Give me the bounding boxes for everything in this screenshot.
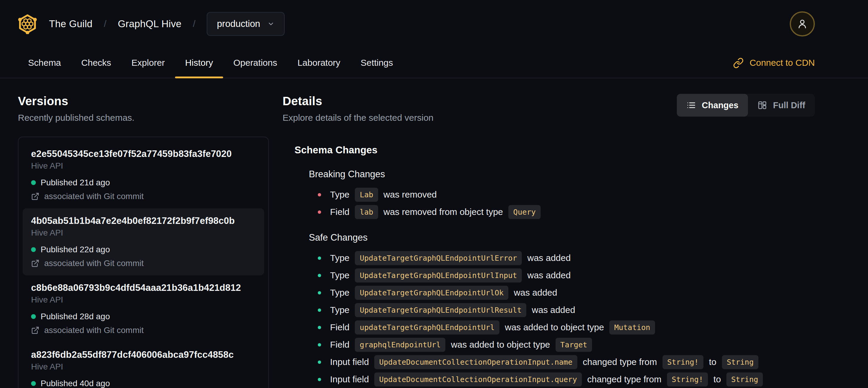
- connect-to-cdn-label: Connect to CDN: [750, 58, 815, 68]
- published-dot-icon: [31, 314, 36, 319]
- version-card[interactable]: e2e55045345ce13fe07f52a77459b83fa3fe7020…: [23, 141, 264, 208]
- hive-logo-icon[interactable]: [18, 14, 37, 34]
- connect-to-cdn-link[interactable]: Connect to CDN: [733, 48, 815, 78]
- details-title: Details: [283, 94, 433, 108]
- change-item-text: Input field UpdateDocumentCollectionOper…: [330, 355, 762, 369]
- schema-coordinate-badge: String: [726, 372, 763, 387]
- tab-history[interactable]: History: [175, 48, 223, 78]
- git-commit-label: associated with Git commit: [44, 326, 144, 335]
- full-diff-view-button[interactable]: Full Diff: [748, 94, 815, 117]
- user-avatar-button[interactable]: [790, 11, 815, 36]
- external-link-icon: [31, 326, 39, 334]
- change-group-breaking: Breaking ChangesType Lab was removedFiel…: [309, 169, 815, 219]
- schema-coordinate-badge: UpdateTargetGraphQLEndpointUrlOk: [355, 286, 508, 300]
- tab-explorer[interactable]: Explorer: [121, 48, 175, 78]
- list-icon: [686, 100, 696, 110]
- change-item: Type UpdateTargetGraphQLEndpointUrlOk wa…: [318, 286, 815, 300]
- change-text: Field: [330, 322, 352, 332]
- versions-subtitle: Recently published schemas.: [18, 113, 269, 123]
- versions-title: Versions: [18, 94, 269, 108]
- change-text: Type: [330, 189, 352, 200]
- schema-coordinate-badge: graphqlEndpointUrl: [355, 338, 445, 352]
- version-card[interactable]: a823f6db2a55df877dcf406006abca97fcc4858c…: [23, 342, 264, 388]
- schema-coordinate-badge: Target: [556, 338, 592, 352]
- tab-schema[interactable]: Schema: [18, 48, 71, 78]
- change-text: was added: [529, 305, 575, 315]
- change-item: Input field UpdateDocumentCollectionOper…: [318, 372, 815, 387]
- change-text: was added to object type: [502, 322, 607, 332]
- breadcrumb-org[interactable]: The Guild: [49, 18, 93, 30]
- published-label: Published 22d ago: [41, 245, 110, 255]
- version-published: Published 40d ago: [31, 379, 256, 388]
- schema-coordinate-badge: updateTargetGraphQLEndpointUrl: [355, 321, 499, 334]
- tab-checks[interactable]: Checks: [71, 48, 121, 78]
- details-subtitle: Explore details of the selected version: [283, 113, 433, 123]
- bullet-icon: [318, 308, 321, 312]
- breadcrumb-project[interactable]: GraphQL Hive: [118, 18, 181, 30]
- change-text: was added to object type: [448, 339, 553, 350]
- version-card[interactable]: 4b05ab51b1b4a7e2e4b0ef82172f2b9f7ef98c0b…: [23, 208, 264, 275]
- schema-coordinate-badge: UpdateDocumentCollectionOperationInput.n…: [374, 355, 577, 369]
- view-toggle-group: Changes Full Diff: [677, 94, 815, 117]
- tab-settings[interactable]: Settings: [350, 48, 403, 78]
- changes-view-label: Changes: [702, 100, 738, 110]
- change-group-safe: Safe ChangesType UpdateTargetGraphQLEndp…: [309, 232, 815, 387]
- change-text: Input field: [330, 374, 371, 384]
- change-item-text: Type UpdateTargetGraphQLEndpointUrlResul…: [330, 303, 575, 317]
- version-service: Hive API: [31, 362, 256, 371]
- changes-view-button[interactable]: Changes: [677, 94, 748, 117]
- details-header: Details Explore details of the selected …: [283, 78, 815, 123]
- change-item: Field graphqlEndpointUrl was added to ob…: [318, 337, 815, 352]
- breadcrumb: The Guild / GraphQL Hive / production: [49, 12, 285, 36]
- version-service: Hive API: [31, 295, 256, 305]
- change-item: Input field UpdateDocumentCollectionOper…: [318, 355, 815, 369]
- columns-icon: [757, 100, 767, 110]
- bullet-icon: [318, 378, 321, 381]
- change-item-text: Field lab was removed from object type Q…: [330, 205, 544, 219]
- change-text: was added: [512, 288, 557, 298]
- git-commit-link[interactable]: associated with Git commit: [31, 326, 256, 335]
- published-dot-icon: [31, 381, 36, 386]
- target-selector[interactable]: production: [207, 12, 285, 36]
- schema-coordinate-badge: String: [722, 355, 758, 369]
- change-group-title: Breaking Changes: [309, 169, 815, 180]
- breadcrumb-separator: /: [193, 19, 196, 29]
- change-list: Type UpdateTargetGraphQLEndpointUrlError…: [318, 251, 815, 387]
- external-link-icon: [31, 259, 39, 268]
- change-text: to: [706, 357, 719, 367]
- tab-laboratory[interactable]: Laboratory: [287, 48, 350, 78]
- person-icon: [796, 18, 808, 30]
- schema-coordinate-badge: UpdateTargetGraphQLEndpointUrlError: [355, 251, 522, 265]
- schema-coordinate-badge: String!: [662, 355, 704, 369]
- bullet-icon: [318, 360, 321, 364]
- git-commit-label: associated with Git commit: [44, 259, 144, 268]
- change-list: Type Lab was removedField lab was remove…: [318, 187, 815, 219]
- change-text: changed type from: [585, 374, 664, 384]
- bullet-icon: [318, 326, 321, 329]
- bullet-icon: [318, 210, 321, 214]
- change-text: changed type from: [580, 357, 659, 367]
- version-card[interactable]: c8b6e88a06793b9c4dfd54aaa21b36a1b421d812…: [23, 275, 264, 342]
- version-hash: e2e55045345ce13fe07f52a77459b83fa3fe7020: [31, 149, 256, 159]
- bullet-icon: [318, 274, 321, 277]
- schema-coordinate-badge: Mutation: [609, 321, 655, 334]
- version-published: Published 22d ago: [31, 245, 256, 255]
- change-text: Input field: [330, 357, 371, 367]
- published-dot-icon: [31, 247, 36, 252]
- change-item-text: Type Lab was removed: [330, 188, 437, 202]
- change-item: Type UpdateTargetGraphQLEndpointUrlResul…: [318, 303, 815, 317]
- tab-operations[interactable]: Operations: [223, 48, 287, 78]
- published-dot-icon: [31, 180, 36, 185]
- full-diff-view-label: Full Diff: [773, 100, 805, 110]
- change-item: Field lab was removed from object type Q…: [318, 205, 815, 219]
- external-link-icon: [31, 192, 39, 201]
- version-list: e2e55045345ce13fe07f52a77459b83fa3fe7020…: [18, 137, 269, 388]
- change-text: Type: [330, 270, 352, 280]
- git-commit-link[interactable]: associated with Git commit: [31, 259, 256, 268]
- change-text: was added: [525, 253, 570, 263]
- schema-changes-groups: Breaking ChangesType Lab was removedFiel…: [294, 169, 815, 387]
- schema-coordinate-badge: UpdateDocumentCollectionOperationInput.q…: [374, 372, 582, 387]
- schema-coordinate-badge: UpdateTargetGraphQLEndpointUrlInput: [355, 268, 522, 282]
- chevron-down-icon: [267, 20, 275, 28]
- git-commit-link[interactable]: associated with Git commit: [31, 191, 256, 201]
